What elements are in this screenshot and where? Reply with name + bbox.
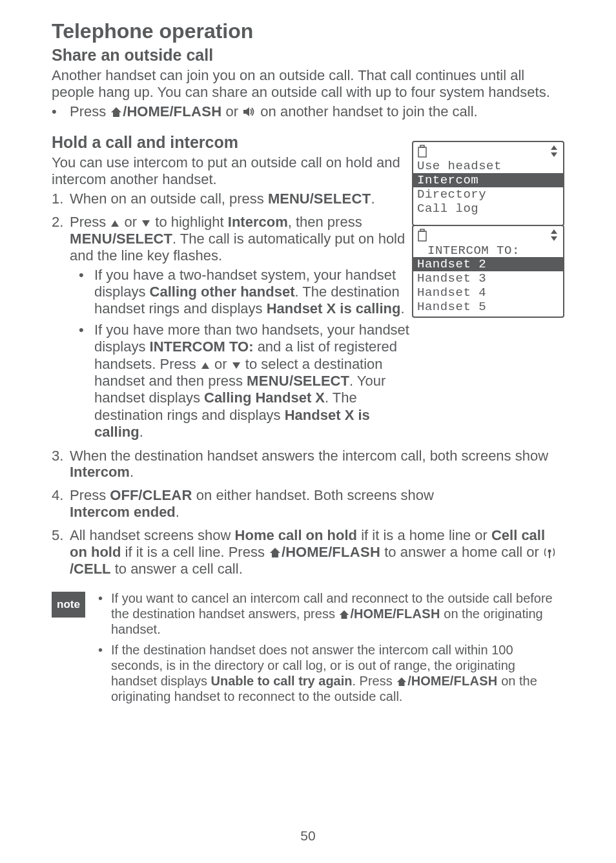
note-block: note If you want to cancel an intercom c… <box>52 590 564 704</box>
lcd-row: Handset 5 <box>413 300 563 314</box>
battery-icon <box>417 229 427 242</box>
svg-point-4 <box>548 550 551 553</box>
page-title: Telephone operation <box>52 19 564 43</box>
cell-antenna-icon <box>543 546 556 558</box>
note-item-1: If you want to cancel an intercom call a… <box>97 590 564 637</box>
battery-icon <box>417 145 427 158</box>
share-bullet: Press /HOME/FLASH or on another handset … <box>52 103 564 120</box>
lcd-row: Use headset <box>413 159 563 173</box>
home-icon <box>269 546 282 558</box>
lcd-row: Directory <box>413 187 563 202</box>
up-arrow-icon <box>200 361 210 370</box>
lcd-intercom: INTERCOM TO: Handset 2 Handset 3 Handset… <box>412 225 564 318</box>
down-arrow-icon <box>231 361 241 370</box>
step-3: When the destination handset answers the… <box>52 448 564 481</box>
up-arrow-icon <box>110 219 120 228</box>
updown-arrows-icon <box>550 229 558 242</box>
home-icon <box>110 106 123 118</box>
lcd-row: Handset 4 <box>413 286 563 300</box>
page-number: 50 <box>0 828 616 844</box>
down-arrow-icon <box>141 219 151 228</box>
hold-intro: You can use intercom to put an outside c… <box>52 154 406 188</box>
lcd-title: INTERCOM TO: <box>413 243 563 257</box>
home-icon <box>338 609 350 619</box>
svg-rect-1 <box>418 147 426 157</box>
share-heading: Share an outside call <box>52 46 564 65</box>
step-5: All handset screens show Home call on ho… <box>52 527 564 577</box>
svg-rect-3 <box>418 231 426 241</box>
step-2-sub-1: If you have a two-handset system, your h… <box>70 267 418 318</box>
updown-arrows-icon <box>550 145 558 158</box>
step-2-sub-2: If you have more than two handsets, your… <box>70 322 418 441</box>
lcd-row: Handset 3 <box>413 271 563 286</box>
lcd-row-selected: Intercom <box>413 173 563 187</box>
step-4: Press OFF/CLEAR on either handset. Both … <box>52 487 564 521</box>
speaker-icon <box>242 106 256 118</box>
step-2: Press or to highlight Intercom, then pre… <box>52 214 418 441</box>
home-icon <box>396 676 407 687</box>
note-item-2: If the destination handset does not answ… <box>97 642 564 704</box>
share-body: Another handset can join you on an outsi… <box>52 67 564 101</box>
step-1: When on an outside call, press MENU/SELE… <box>52 191 418 207</box>
note-badge: note <box>52 592 85 618</box>
lcd-row: Call log <box>413 202 563 216</box>
lcd-screens: Use headset Intercom Directory Call log … <box>412 141 564 317</box>
lcd-row-selected: Handset 2 <box>413 257 563 271</box>
lcd-menu: Use headset Intercom Directory Call log <box>412 141 564 226</box>
